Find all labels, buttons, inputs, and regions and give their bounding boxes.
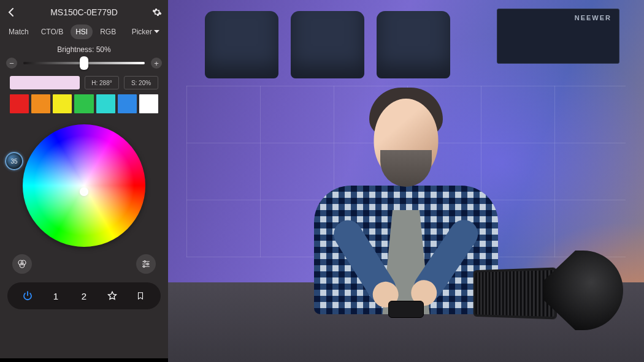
- favorite-button[interactable]: [102, 285, 123, 306]
- brightness-slider-thumb[interactable]: [80, 56, 88, 70]
- svg-point-7: [147, 263, 148, 265]
- swatch-red[interactable]: [10, 94, 29, 113]
- svg-point-8: [143, 266, 145, 268]
- neewer-box: NEEWER: [497, 9, 619, 64]
- brightness-label: Brightness: 50%: [0, 44, 168, 58]
- tab-rgb[interactable]: RGB: [95, 25, 121, 39]
- color-wheel[interactable]: [23, 124, 145, 247]
- light-fixture: [470, 238, 623, 330]
- preset-1[interactable]: 1: [45, 285, 66, 306]
- brightness-slider-row: − +: [0, 58, 168, 76]
- bookmark-button[interactable]: [130, 285, 151, 306]
- color-wheel-area: [0, 116, 168, 252]
- power-button[interactable]: [17, 285, 38, 306]
- chevron-down-icon: [154, 30, 159, 34]
- camera-bag: [291, 11, 364, 78]
- camera-bag: [377, 11, 450, 78]
- smartphone: [388, 301, 424, 318]
- hs-readout-row: H: 288° S: 20%: [0, 76, 168, 89]
- brightness-slider[interactable]: [23, 62, 145, 64]
- sat-readout[interactable]: S: 20%: [124, 76, 158, 89]
- tab-picker[interactable]: Picker: [127, 25, 164, 39]
- camera-bag: [205, 11, 278, 78]
- tab-hsi[interactable]: HSI: [71, 25, 93, 39]
- adjust-sliders-button[interactable]: [136, 254, 156, 274]
- tab-picker-label: Picker: [132, 28, 152, 36]
- panel-header: MS150C-0E779D: [0, 0, 168, 25]
- svg-point-6: [144, 261, 146, 263]
- util-row: [0, 252, 168, 279]
- swatch-orange[interactable]: [31, 94, 50, 113]
- svg-point-1: [21, 260, 26, 265]
- video-scene: NEEWER: [168, 0, 644, 362]
- hue-readout[interactable]: H: 288°: [85, 76, 119, 89]
- back-button[interactable]: [6, 7, 16, 17]
- color-wheel-thumb[interactable]: [80, 187, 88, 196]
- device-title: MS150C-0E779D: [16, 7, 152, 17]
- bottom-black-bar: [0, 358, 168, 362]
- tab-cto[interactable]: CTO/B: [36, 25, 68, 39]
- settings-button[interactable]: [152, 7, 162, 17]
- bottom-bar: 1 2: [7, 282, 161, 309]
- svg-point-2: [20, 263, 25, 268]
- swatch-yellow[interactable]: [53, 94, 72, 113]
- swatch-white[interactable]: [139, 94, 158, 113]
- brightness-decrease[interactable]: −: [6, 58, 17, 69]
- brightness-increase[interactable]: +: [151, 58, 162, 69]
- tab-match[interactable]: Match: [4, 25, 34, 39]
- quick-swatches: [0, 89, 168, 116]
- swatch-green[interactable]: [74, 94, 93, 113]
- preset-2[interactable]: 2: [74, 285, 94, 306]
- brand-label: NEEWER: [575, 14, 611, 21]
- control-panel: MS150C-0E779D Match CTO/B HSI RGB Picker…: [0, 0, 168, 362]
- color-preview-swatch: [10, 76, 80, 89]
- mode-tabs: Match CTO/B HSI RGB Picker: [0, 25, 168, 44]
- color-link-button[interactable]: [12, 254, 32, 274]
- swatch-blue[interactable]: [118, 94, 137, 113]
- swatch-cyan[interactable]: [96, 94, 115, 113]
